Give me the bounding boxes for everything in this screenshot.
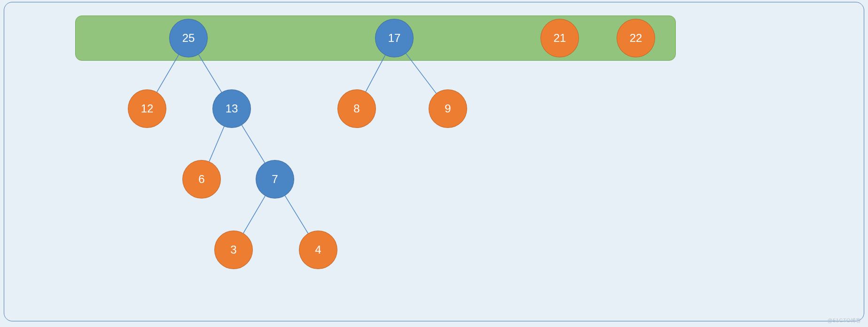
node-9: 9 [429,89,467,128]
node-25: 25 [169,19,208,57]
node-3: 3 [214,231,253,269]
node-22: 22 [617,19,655,57]
diagram-canvas: 251721221213896734 @51CTO博客 [0,0,868,327]
node-4: 4 [299,231,337,269]
node-21: 21 [540,19,579,57]
node-13: 13 [212,89,251,128]
watermark-text: @51CTO博客 [828,317,861,324]
node-17: 17 [375,19,414,57]
node-6: 6 [182,160,221,199]
node-7: 7 [256,160,294,199]
node-12: 12 [128,89,166,128]
node-8: 8 [337,89,376,128]
